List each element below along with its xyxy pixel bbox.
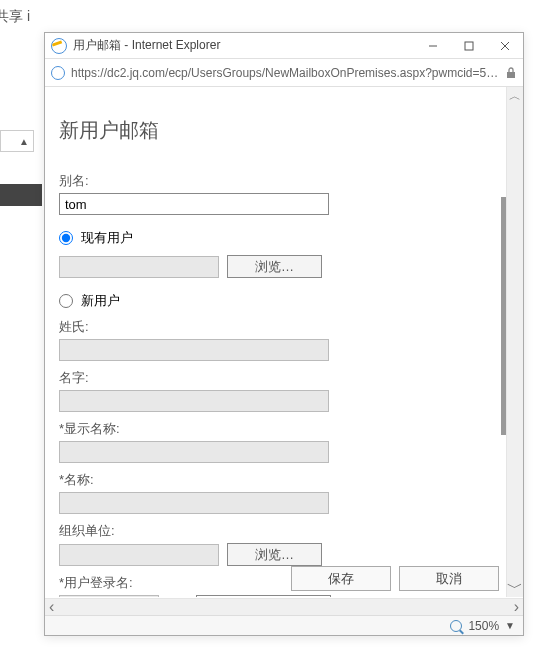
window-title: 用户邮箱 - Internet Explorer: [73, 37, 415, 54]
browse-orgunit-button[interactable]: 浏览…: [227, 543, 322, 566]
save-button[interactable]: 保存: [291, 566, 391, 591]
orgunit-input[interactable]: [59, 544, 219, 566]
firstname-input[interactable]: [59, 390, 329, 412]
page-title: 新用户邮箱: [59, 117, 491, 144]
minimize-button[interactable]: [415, 33, 451, 58]
existing-user-input[interactable]: [59, 256, 219, 278]
existing-user-row: 现有用户: [59, 229, 491, 247]
action-buttons: 保存 取消: [291, 566, 499, 591]
zoom-dropdown-icon[interactable]: ▼: [505, 620, 515, 631]
window-controls: [415, 33, 523, 58]
close-button[interactable]: [487, 33, 523, 58]
statusbar: 150% ▼: [45, 615, 523, 635]
lock-icon: [505, 66, 517, 80]
svg-rect-1: [465, 42, 473, 50]
bg-dark-bar: [0, 184, 42, 206]
new-user-radio[interactable]: [59, 294, 73, 308]
new-user-label: 新用户: [81, 292, 120, 310]
scroll-up-icon[interactable]: ︿: [507, 89, 523, 103]
close-icon: [500, 41, 510, 51]
lastname-input[interactable]: [59, 339, 329, 361]
logon-input[interactable]: [59, 595, 159, 597]
bg-share-text: 共享 i: [0, 8, 30, 26]
new-user-row: 新用户: [59, 292, 491, 310]
ie-logo-icon: [51, 38, 67, 54]
addressbar[interactable]: https://dc2.jq.com/ecp/UsersGroups/NewMa…: [45, 59, 523, 87]
svg-rect-4: [507, 72, 515, 78]
displayname-input[interactable]: [59, 441, 329, 463]
scroll-left-icon[interactable]: ‹: [49, 598, 54, 615]
alias-label: 别名:: [59, 172, 491, 190]
titlebar: 用户邮箱 - Internet Explorer: [45, 33, 523, 59]
maximize-button[interactable]: [451, 33, 487, 58]
scroll-down-icon[interactable]: ﹀: [507, 581, 523, 595]
minimize-icon: [428, 41, 438, 51]
alias-input[interactable]: [59, 193, 329, 215]
maximize-icon: [464, 41, 474, 51]
form-content: 新用户邮箱 别名: 现有用户 浏览… 新用户 姓氏: 名字: *显示名称: *名…: [45, 87, 505, 597]
horizontal-scrollbar[interactable]: ‹ ›: [45, 598, 523, 615]
browse-existing-button[interactable]: 浏览…: [227, 255, 322, 278]
orgunit-label: 组织单位:: [59, 522, 491, 540]
name-label: *名称:: [59, 471, 491, 489]
name-input[interactable]: [59, 492, 329, 514]
existing-user-radio[interactable]: [59, 231, 73, 245]
ie-favicon-icon: [51, 66, 65, 80]
scroll-right-icon[interactable]: ›: [514, 598, 519, 615]
domain-select[interactable]: jq.com: [196, 595, 331, 597]
existing-user-label: 现有用户: [81, 229, 133, 247]
ie-window: 用户邮箱 - Internet Explorer https://dc2.jq.…: [44, 32, 524, 636]
zoom-icon[interactable]: [450, 620, 462, 632]
bg-dropdown[interactable]: ▲: [0, 130, 34, 152]
cancel-button[interactable]: 取消: [399, 566, 499, 591]
url-text: https://dc2.jq.com/ecp/UsersGroups/NewMa…: [71, 66, 499, 80]
content-area: 新用户邮箱 别名: 现有用户 浏览… 新用户 姓氏: 名字: *显示名称: *名…: [45, 87, 523, 615]
zoom-level: 150%: [468, 619, 499, 633]
displayname-label: *显示名称:: [59, 420, 491, 438]
vertical-scrollbar[interactable]: ︿ ﹀: [506, 87, 523, 597]
triangle-up-icon: ▲: [19, 136, 29, 147]
firstname-label: 名字:: [59, 369, 491, 387]
lastname-label: 姓氏:: [59, 318, 491, 336]
